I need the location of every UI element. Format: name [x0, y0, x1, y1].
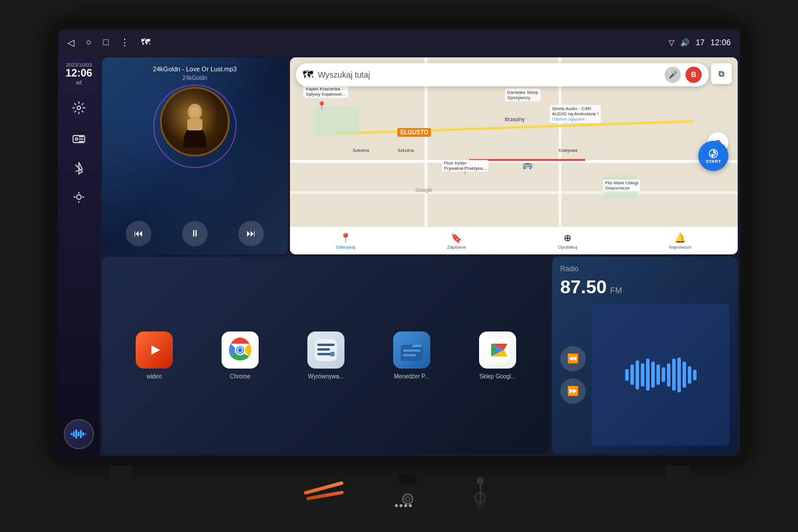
map-label-szkolna2: Szkolna — [397, 148, 413, 153]
svg-rect-7 — [71, 433, 72, 435]
menedzer-label: Menedżer P... — [394, 373, 430, 380]
map-label-strefa: Strefa Audio - CARAUDIO na Androidzie !O… — [550, 105, 601, 123]
time-display: 12:06 — [66, 68, 92, 79]
app-sklep[interactable]: Sklep Googl... — [479, 331, 516, 380]
bottom-row: wideo — [102, 257, 738, 454]
radio-band: FM — [610, 286, 622, 295]
map-background: 📍 📍 ELGUSTO 🚌 📍 📍 Kajaki Krasieńka -Spły… — [290, 57, 738, 254]
map-label-brzeziny: Brzeziny — [505, 116, 525, 122]
radio-controls: ⏪ ⏩ — [560, 304, 586, 446]
radio-prev-button[interactable]: ⏪ — [560, 346, 586, 371]
apps-grid: wideo — [102, 257, 550, 454]
map-label-kolejowa: Kolejowa — [558, 148, 577, 153]
map-user-avatar[interactable]: B — [685, 67, 702, 83]
prev-track-button[interactable]: ⏮ — [126, 221, 151, 246]
music-player: 24kGoldn - Love Or Lust.mp3 24kGoldn — [102, 57, 288, 254]
map-bottom-nav: 📍 Odkrywaj 🔖 Zapisane ⊕ Opublikuj — [290, 227, 738, 254]
svg-rect-8 — [73, 431, 75, 437]
music-title: 24kGoldn - Love Or Lust.mp3 — [110, 65, 280, 72]
sklep-icon — [479, 331, 516, 369]
map-mic-button[interactable]: 🎤 — [665, 67, 681, 83]
nav-buttons: ◁ ○ □ ⋮ 🗺 — [67, 37, 150, 48]
album-art-inner — [162, 89, 228, 155]
accessories-row — [303, 475, 495, 509]
map-nav-odkrywaj[interactable]: 📍 Odkrywaj — [336, 232, 355, 250]
content-area: 24kGoldn - Love Or Lust.mp3 24kGoldn — [100, 55, 740, 456]
top-row: 24kGoldn - Love Or Lust.mp3 24kGoldn — [102, 57, 738, 254]
radio-icon-btn[interactable] — [66, 125, 92, 151]
map-nav-opublikuj[interactable]: ⊕ Opublikuj — [558, 232, 577, 250]
google-maps-icon: 🗺 — [303, 69, 313, 81]
wave-bar-7 — [656, 365, 660, 385]
back-btn[interactable]: ◁ — [67, 37, 74, 48]
wave-bar-2 — [630, 365, 634, 385]
svg-point-2 — [75, 138, 78, 140]
radio-freq-number: 87.50 — [560, 276, 607, 298]
next-track-button[interactable]: ⏭ — [238, 221, 264, 246]
map-pin-elgusto: ELGUSTO — [397, 128, 431, 137]
map-label-piotr: Piotr KellerPrywatna Praktyka... — [442, 160, 488, 172]
svg-rect-9 — [75, 429, 77, 439]
wave-bar-11 — [677, 358, 681, 392]
app-wideo[interactable]: wideo — [136, 331, 173, 380]
svg-point-6 — [77, 195, 81, 199]
menedzer-icon — [393, 331, 430, 369]
bracket-right — [666, 466, 689, 495]
audio-cable-accessory — [466, 475, 495, 509]
wave-bar-14 — [693, 370, 697, 380]
map-start-button[interactable]: START — [698, 141, 728, 171]
settings-icon-btn[interactable] — [66, 95, 92, 121]
status-right: ▽ 🔊 17 12:06 — [669, 38, 731, 47]
app-chrome[interactable]: Chrome — [222, 331, 259, 380]
wyrownywarka-label: Wyrównywa... — [308, 373, 344, 380]
app-menedzer[interactable]: Menedżer P... — [393, 331, 430, 380]
map-pin-kajaki: 📍 — [317, 101, 327, 110]
recents-btn[interactable]: □ — [103, 37, 109, 48]
pry-tool-accessory — [303, 483, 350, 501]
map-nav-zapisane[interactable]: 🔖 Zapisane — [447, 232, 466, 250]
wave-bar-12 — [683, 362, 686, 388]
app-wyrownywarka[interactable]: Wyrównywa... — [307, 331, 344, 380]
map-label-fliz: Fliz-Mark UsługiGlazurnicze — [603, 180, 640, 191]
map-layers-button[interactable]: ⧉ — [711, 63, 732, 84]
svg-marker-18 — [151, 345, 160, 355]
menu-btn[interactable]: ⋮ — [120, 37, 129, 48]
radio-body: ⏪ ⏩ — [560, 304, 730, 446]
sklep-label: Sklep Googl... — [480, 373, 516, 380]
wave-bar-9 — [667, 363, 670, 387]
map-label-google: Google — [415, 187, 432, 193]
map-label-danielka: Danielka SklepSpożywczy — [505, 89, 541, 101]
album-art — [160, 87, 230, 156]
svg-rect-31 — [403, 354, 416, 356]
wave-bar-6 — [651, 362, 655, 388]
wave-bar-4 — [641, 363, 644, 387]
day-display: wt — [66, 79, 92, 86]
audio-button[interactable] — [64, 419, 94, 449]
bluetooth-icon-btn[interactable] — [66, 155, 92, 181]
wideo-label: wideo — [147, 373, 162, 380]
location-icon-btn[interactable] — [66, 185, 92, 211]
svg-rect-28 — [330, 352, 335, 356]
album-art-container — [110, 87, 280, 166]
radio-waveform — [592, 304, 730, 446]
home-btn[interactable]: ○ — [86, 37, 92, 48]
device-outer: ◁ ○ □ ⋮ 🗺 ▽ 🔊 17 12:06 2023/10/03 12:06 … — [51, 23, 747, 463]
maps-icon[interactable]: 🗺 — [141, 37, 150, 48]
map-label-kajaki: Kajaki Krasieńka -Spływy Kajakowe... — [303, 85, 348, 98]
music-artist: 24kGoldn — [110, 75, 280, 81]
map-body: 📍 📍 ELGUSTO 🚌 📍 📍 Kajaki Krasieńka -Spły… — [290, 57, 738, 254]
map-nav-najnowsze[interactable]: 🔔 Najnowsze — [669, 232, 692, 250]
svg-rect-10 — [78, 432, 79, 436]
wave-bar-10 — [672, 359, 676, 391]
volume-icon: 🔊 — [680, 38, 690, 47]
radio-next-button[interactable]: ⏩ — [560, 378, 586, 404]
map-search-bar[interactable]: 🗺 Wyszukaj tutaj 🎤 B — [296, 63, 709, 86]
pause-button[interactable]: ⏸ — [182, 221, 208, 246]
svg-rect-26 — [317, 348, 330, 351]
battery-level: 17 — [695, 38, 705, 47]
chrome-icon — [222, 331, 259, 369]
svg-rect-11 — [80, 430, 82, 438]
backup-camera-accessory — [385, 475, 431, 509]
svg-rect-25 — [317, 344, 335, 346]
main-content: 2023/10/03 12:06 wt — [58, 55, 740, 456]
